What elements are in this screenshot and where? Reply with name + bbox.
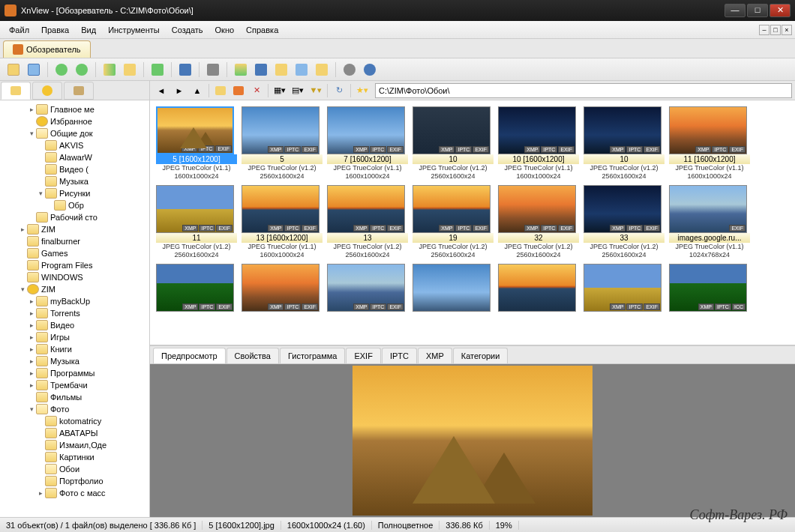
tree-item[interactable]: ▸Главное ме bbox=[0, 103, 149, 115]
filter-button[interactable]: ▼▾ bbox=[308, 82, 324, 99]
tree-item[interactable]: Видео ( bbox=[0, 163, 149, 175]
batch-button[interactable] bbox=[121, 61, 139, 79]
convert-button[interactable] bbox=[100, 61, 118, 79]
thumbnail[interactable] bbox=[412, 264, 494, 312]
preview-tab-6[interactable]: Категории bbox=[453, 348, 508, 363]
thumbnail[interactable]: XMPIPTCEXIF5 [1600x1200]JPEG TrueColor (… bbox=[156, 106, 237, 181]
menu-окно[interactable]: Окно bbox=[209, 23, 241, 37]
tree-item[interactable]: Картинки bbox=[0, 451, 149, 463]
tree-item[interactable]: Обои bbox=[0, 463, 149, 475]
sidebar-tab-folders[interactable] bbox=[1, 82, 31, 100]
thumbnail[interactable]: XMPIPTCEXIF32JPEG TrueColor (v1.2)2560x1… bbox=[498, 185, 579, 259]
tree-item[interactable]: ▸Видео bbox=[0, 319, 149, 331]
thumbnail[interactable]: XMPIPTCEXIF bbox=[242, 264, 322, 312]
thumbnail[interactable]: XMPIPTCEXIF10 [1600x1200]JPEG TrueColor … bbox=[498, 106, 579, 181]
tree-item[interactable]: ▸Фото с масс bbox=[0, 487, 149, 499]
maximize-button[interactable]: □ bbox=[747, 4, 768, 17]
tree-item[interactable]: ▸Трембачи bbox=[0, 379, 149, 391]
tree-item[interactable]: Избранное bbox=[0, 115, 149, 127]
contact-sheet-button[interactable] bbox=[292, 61, 310, 79]
close-button[interactable]: ✕ bbox=[770, 4, 790, 17]
webpage-button[interactable] bbox=[272, 61, 290, 79]
open-button[interactable] bbox=[4, 61, 22, 79]
tree-item[interactable]: ▾ZIM bbox=[0, 283, 149, 295]
thumbnail[interactable]: XMPIPTCEXIF5JPEG TrueColor (v1.2)2560x16… bbox=[242, 106, 322, 181]
menu-инструменты[interactable]: Инструменты bbox=[102, 23, 166, 37]
tree-item[interactable]: ▸Игры bbox=[0, 331, 149, 343]
tree-item[interactable]: ▸ZIM bbox=[0, 223, 149, 235]
tree-item[interactable]: ▸Музыка bbox=[0, 355, 149, 367]
sidebar-tab-favorites[interactable] bbox=[32, 82, 62, 100]
thumbnail[interactable]: XMPIPTCEXIF7 [1600x1200]JPEG TrueColor (… bbox=[327, 106, 408, 181]
tree-item[interactable]: Портфолио bbox=[0, 475, 149, 487]
minimize-button[interactable]: — bbox=[724, 4, 746, 17]
preview-tab-3[interactable]: EXIF bbox=[346, 348, 380, 363]
tree-item[interactable]: ▸Программы bbox=[0, 367, 149, 379]
folder-tree[interactable]: ▸Главное меИзбранное▾Общие докAKVISAlawa… bbox=[0, 100, 149, 517]
thumbnail[interactable]: XMPIPTCEXIF33JPEG TrueColor (v1.2)2560x1… bbox=[584, 185, 664, 259]
back-button[interactable]: ◄ bbox=[153, 82, 170, 99]
settings-button[interactable] bbox=[340, 61, 358, 79]
thumbnail-grid[interactable]: XMPIPTCEXIF5 [1600x1200]JPEG TrueColor (… bbox=[150, 100, 795, 345]
thumbnail[interactable]: XMPIPTCEXIF11JPEG TrueColor (v1.2)2560x1… bbox=[156, 185, 237, 259]
thumbnail[interactable]: XMPIPTCICC bbox=[669, 264, 750, 312]
preview-tab-1[interactable]: Свойства bbox=[226, 348, 279, 363]
menu-создать[interactable]: Создать bbox=[166, 23, 209, 37]
tree-item[interactable]: ▾Рисунки bbox=[0, 187, 149, 199]
rename-button[interactable] bbox=[230, 82, 247, 99]
thumbnail[interactable]: XMPIPTCEXIF11 [1600x1200]JPEG TrueColor … bbox=[669, 106, 750, 181]
tree-item[interactable]: finalburner bbox=[0, 235, 149, 247]
rotate-left-button[interactable] bbox=[52, 61, 70, 79]
menu-правка[interactable]: Правка bbox=[35, 23, 75, 37]
preview-tab-5[interactable]: XMP bbox=[418, 348, 452, 363]
refresh-button[interactable]: ↻ bbox=[331, 82, 347, 99]
thumbnail[interactable]: XMPIPTCEXIF13JPEG TrueColor (v1.2)2560x1… bbox=[327, 185, 408, 259]
search-button[interactable] bbox=[176, 61, 194, 79]
print-button[interactable] bbox=[204, 61, 222, 79]
tree-item[interactable]: AlawarW bbox=[0, 151, 149, 163]
preview-tab-2[interactable]: Гистограмма bbox=[280, 348, 346, 363]
thumbnail[interactable]: XMPIPTCEXIF bbox=[156, 264, 237, 312]
rotate-right-button[interactable] bbox=[73, 61, 91, 79]
thumbnail[interactable]: XMPIPTCEXIF bbox=[327, 264, 408, 312]
tree-item[interactable]: Измаил,Оде bbox=[0, 439, 149, 451]
up-button[interactable]: ▲ bbox=[189, 82, 206, 99]
tree-item[interactable]: ▸Книги bbox=[0, 343, 149, 355]
import-button[interactable] bbox=[148, 61, 166, 79]
mdi-close-button[interactable]: × bbox=[782, 25, 792, 35]
jpeg-button[interactable] bbox=[313, 61, 331, 79]
capture-button[interactable] bbox=[252, 61, 270, 79]
thumbnail[interactable]: XMPIPTCEXIF13 [1600x1200]JPEG TrueColor … bbox=[242, 185, 322, 259]
tree-item[interactable]: AKVIS bbox=[0, 139, 149, 151]
thumbnail[interactable]: XMPIPTCEXIF bbox=[584, 264, 664, 312]
thumbnail[interactable]: XMPIPTCEXIF10JPEG TrueColor (v1.2)2560x1… bbox=[412, 106, 494, 181]
tree-item[interactable]: Рабочий сто bbox=[0, 211, 149, 223]
favorite-button[interactable]: ★▾ bbox=[354, 82, 370, 99]
mdi-minimize-button[interactable]: – bbox=[759, 25, 770, 35]
path-input[interactable] bbox=[375, 83, 792, 98]
menu-файл[interactable]: Файл bbox=[3, 23, 35, 37]
tree-item[interactable]: ▾Фото bbox=[0, 403, 149, 415]
preview-area[interactable] bbox=[150, 364, 795, 517]
slideshow-button[interactable] bbox=[232, 61, 250, 79]
tree-item[interactable]: kotomatricy bbox=[0, 415, 149, 427]
tree-item[interactable]: Program Files bbox=[0, 259, 149, 271]
tree-item[interactable]: Фильмы bbox=[0, 391, 149, 403]
tree-item[interactable]: ▸Torrents bbox=[0, 307, 149, 319]
fullscreen-button[interactable] bbox=[25, 61, 43, 79]
menu-справка[interactable]: Справка bbox=[240, 23, 284, 37]
tree-item[interactable]: ▸myBackUp bbox=[0, 295, 149, 307]
preview-tab-4[interactable]: IPTC bbox=[382, 348, 417, 363]
tree-item[interactable]: АВАТАРЫ bbox=[0, 427, 149, 439]
tree-item[interactable]: Games bbox=[0, 247, 149, 259]
about-button[interactable] bbox=[361, 61, 379, 79]
tab-browser[interactable]: Обозреватель bbox=[3, 40, 91, 58]
delete-button[interactable]: ✕ bbox=[248, 82, 265, 99]
tree-item[interactable]: Обр bbox=[0, 199, 149, 211]
new-folder-button[interactable] bbox=[212, 82, 229, 99]
tree-item[interactable]: Музыка bbox=[0, 175, 149, 187]
menu-вид[interactable]: Вид bbox=[75, 23, 102, 37]
mdi-restore-button[interactable]: □ bbox=[770, 25, 781, 35]
sidebar-tab-categories[interactable] bbox=[64, 82, 94, 100]
thumbnail[interactable]: EXIFimages.google.ru...JPEG TrueColor (v… bbox=[669, 185, 750, 259]
